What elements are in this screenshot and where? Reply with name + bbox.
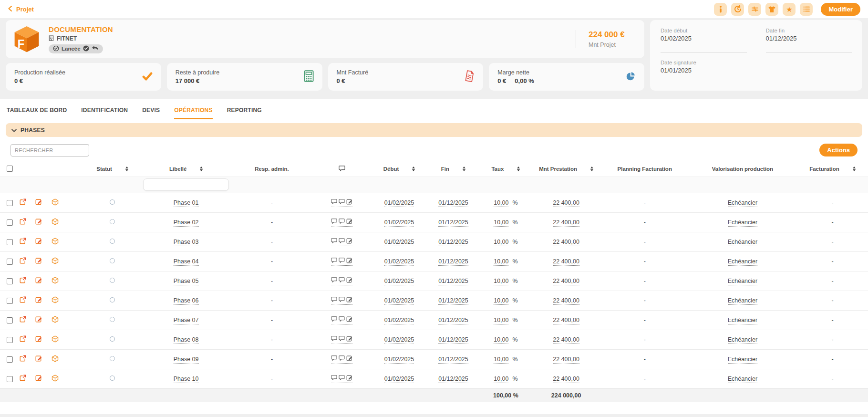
phase-label-link[interactable]: Phase 01	[174, 199, 199, 207]
row-checkbox[interactable]	[7, 239, 13, 245]
end-date-value[interactable]: 01/12/2025	[438, 199, 468, 207]
phase-label-link[interactable]: Phase 10	[174, 375, 199, 383]
row-checkbox[interactable]	[7, 298, 13, 304]
breadcrumb[interactable]: Projet	[8, 6, 34, 13]
package-icon[interactable]	[52, 296, 59, 305]
package-icon[interactable]	[52, 375, 59, 383]
sort-fin[interactable]	[463, 167, 465, 171]
mnt-prestation-value[interactable]: 22 400,00	[553, 278, 579, 285]
end-date-value[interactable]: 01/12/2025	[438, 356, 468, 364]
open-external-icon[interactable]	[20, 355, 26, 363]
comments-cell[interactable]	[331, 335, 352, 344]
open-external-icon[interactable]	[20, 296, 26, 304]
edit-icon[interactable]	[35, 355, 42, 363]
start-date-value[interactable]: 01/02/2025	[384, 375, 414, 383]
end-date-value[interactable]: 01/12/2025	[438, 297, 468, 305]
valorisation-production-value[interactable]: Echéancier	[728, 199, 758, 207]
status-circle-icon[interactable]	[110, 375, 115, 381]
valorisation-production-value[interactable]: Echéancier	[728, 317, 758, 324]
taux-value[interactable]: 10,00	[494, 199, 508, 207]
status-circle-icon[interactable]	[110, 336, 115, 342]
valorisation-production-value[interactable]: Echéancier	[728, 278, 758, 285]
package-icon[interactable]	[52, 316, 59, 324]
sort-facturation[interactable]	[853, 167, 856, 171]
edit-icon[interactable]	[35, 335, 42, 344]
sliders-icon[interactable]	[748, 3, 761, 16]
edit-icon[interactable]	[35, 238, 42, 246]
history-icon[interactable]	[731, 3, 744, 16]
comments-cell[interactable]	[331, 257, 352, 266]
tab-operations[interactable]: OPÉRATIONS	[174, 107, 212, 119]
start-date-value[interactable]: 01/02/2025	[384, 356, 414, 364]
tab-devis[interactable]: DEVIS	[142, 107, 160, 119]
phase-label-link[interactable]: Phase 05	[174, 278, 199, 285]
start-date-value[interactable]: 01/02/2025	[384, 297, 414, 305]
comments-cell[interactable]	[331, 277, 352, 285]
start-date-value[interactable]: 01/02/2025	[384, 278, 414, 285]
open-external-icon[interactable]	[20, 335, 26, 344]
end-date-value[interactable]: 01/12/2025	[438, 278, 468, 285]
mnt-prestation-value[interactable]: 22 400,00	[553, 356, 579, 364]
mnt-prestation-value[interactable]: 22 400,00	[553, 297, 579, 305]
list-icon[interactable]	[800, 3, 813, 16]
row-checkbox[interactable]	[7, 219, 13, 226]
start-date-value[interactable]: 01/02/2025	[384, 199, 414, 207]
status-circle-icon[interactable]	[110, 239, 115, 244]
select-all-checkbox[interactable]	[7, 166, 13, 172]
taux-value[interactable]: 10,00	[494, 356, 508, 364]
taux-value[interactable]: 10,00	[494, 375, 508, 383]
mnt-prestation-value[interactable]: 22 400,00	[553, 336, 579, 344]
comments-cell[interactable]	[331, 198, 352, 207]
comments-cell[interactable]	[331, 355, 352, 364]
edit-icon[interactable]	[35, 218, 42, 226]
status-circle-icon[interactable]	[110, 258, 115, 263]
end-date-value[interactable]: 01/12/2025	[438, 336, 468, 344]
taux-value[interactable]: 10,00	[494, 278, 508, 285]
valorisation-production-value[interactable]: Echéancier	[728, 336, 758, 344]
start-date-value[interactable]: 01/02/2025	[384, 258, 414, 266]
comments-cell[interactable]	[331, 238, 352, 246]
open-external-icon[interactable]	[20, 316, 26, 324]
tab-reporting[interactable]: REPORTING	[227, 107, 262, 119]
comments-cell[interactable]	[331, 375, 352, 383]
mnt-prestation-value[interactable]: 22 400,00	[553, 258, 579, 266]
status-circle-icon[interactable]	[110, 317, 115, 322]
end-date-value[interactable]: 01/12/2025	[438, 219, 468, 227]
valorisation-production-value[interactable]: Echéancier	[728, 297, 758, 305]
mnt-prestation-value[interactable]: 22 400,00	[553, 375, 579, 383]
phase-label-link[interactable]: Phase 03	[174, 239, 199, 246]
date-start-value[interactable]: 01/02/2025	[661, 35, 747, 42]
open-external-icon[interactable]	[20, 375, 26, 383]
edit-icon[interactable]	[35, 277, 42, 285]
open-external-icon[interactable]	[20, 198, 26, 207]
row-checkbox[interactable]	[7, 259, 13, 265]
status-circle-icon[interactable]	[110, 199, 115, 205]
mnt-prestation-value[interactable]: 22 400,00	[553, 219, 579, 227]
taux-value[interactable]: 10,00	[494, 239, 508, 246]
tab-tableaux-de-bord[interactable]: TABLEAUX DE BORD	[7, 107, 67, 119]
status-circle-icon[interactable]	[110, 219, 115, 224]
status-circle-icon[interactable]	[110, 278, 115, 283]
edit-icon[interactable]	[35, 257, 42, 265]
package-icon[interactable]	[52, 198, 59, 207]
package-icon[interactable]	[52, 355, 59, 364]
valorisation-production-value[interactable]: Echéancier	[728, 258, 758, 266]
open-external-icon[interactable]	[20, 238, 26, 246]
actions-button[interactable]: Actions	[819, 144, 858, 156]
row-checkbox[interactable]	[7, 317, 13, 323]
tab-identification[interactable]: IDENTIFICATION	[81, 107, 128, 119]
package-icon[interactable]	[52, 277, 59, 285]
start-date-value[interactable]: 01/02/2025	[384, 317, 414, 324]
valorisation-production-value[interactable]: Echéancier	[728, 375, 758, 383]
end-date-value[interactable]: 01/12/2025	[438, 375, 468, 383]
open-external-icon[interactable]	[20, 218, 26, 226]
taux-value[interactable]: 10,00	[494, 336, 508, 344]
sort-libelle[interactable]	[200, 167, 203, 171]
shirt-icon[interactable]	[765, 3, 778, 16]
package-icon[interactable]	[52, 218, 59, 227]
row-checkbox[interactable]	[7, 278, 13, 284]
libelle-filter-input[interactable]	[143, 178, 229, 191]
phase-label-link[interactable]: Phase 09	[174, 356, 199, 364]
open-external-icon[interactable]	[20, 257, 26, 265]
taux-value[interactable]: 10,00	[494, 297, 508, 305]
